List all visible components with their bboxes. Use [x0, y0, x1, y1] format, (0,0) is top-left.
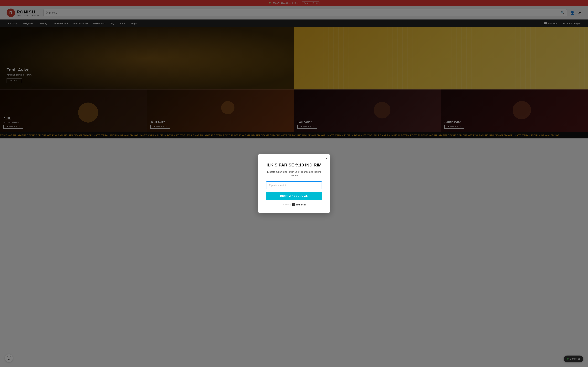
modal-overlay: × İLK SİPARİŞE %10 İNDİRİM E-posta bülte… — [0, 0, 588, 138]
